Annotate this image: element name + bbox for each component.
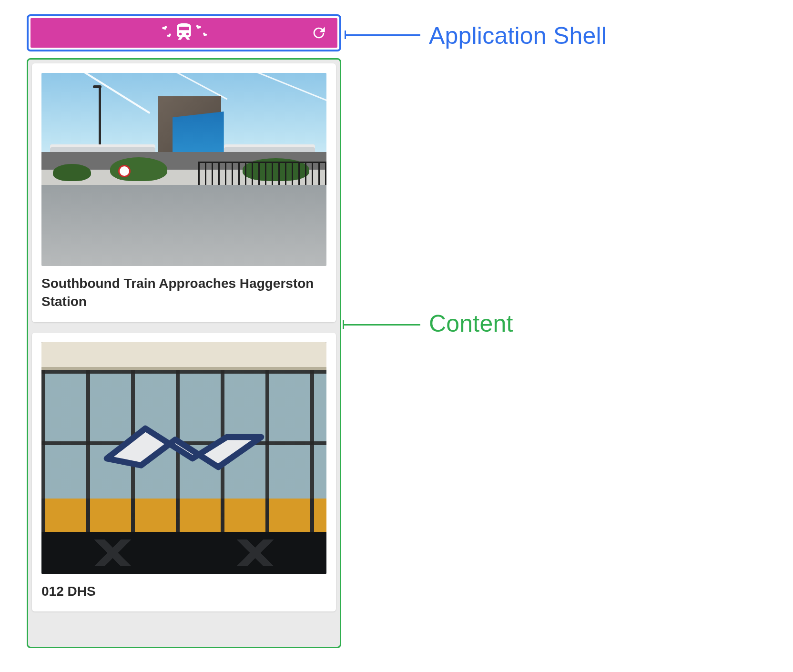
card[interactable]: Southbound Train Approaches Haggerston S…: [32, 63, 336, 322]
content-label: Content: [429, 310, 513, 337]
app-header: ❤ ❤ ❤ ❤: [30, 18, 337, 48]
card-image: [41, 73, 326, 266]
diagram-stage: ❤ ❤ ❤ ❤: [0, 0, 793, 672]
heart-icon: ❤: [161, 23, 169, 32]
card-title: 012 DHS: [41, 582, 326, 601]
card-title: Southbound Train Approaches Haggerston S…: [41, 275, 326, 311]
heart-icon: ❤: [201, 31, 208, 39]
callout-connector: [346, 34, 420, 36]
app-column: ❤ ❤ ❤ ❤: [27, 14, 341, 648]
content-region: Southbound Train Approaches Haggerston S…: [27, 58, 341, 648]
application-shell-region: ❤ ❤ ❤ ❤: [27, 14, 341, 51]
card-image: [41, 342, 326, 574]
train-icon: [172, 21, 196, 44]
ns-logo-icon: [98, 407, 270, 495]
callout-connector: [344, 324, 420, 326]
app-logo: ❤ ❤ ❤ ❤: [161, 21, 207, 44]
refresh-icon: [311, 25, 327, 41]
refresh-button[interactable]: [311, 25, 327, 41]
application-shell-label: Application Shell: [429, 22, 607, 50]
card[interactable]: 012 DHS: [32, 333, 336, 612]
